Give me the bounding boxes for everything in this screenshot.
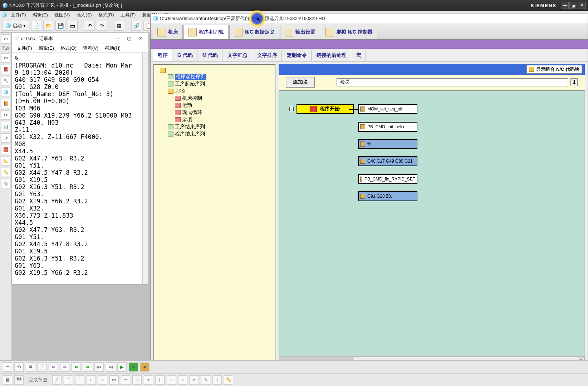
block-type-dropdown[interactable]: ⬇ [337,78,578,86]
arc-icon[interactable]: ◠ [64,375,73,385]
nc-block[interactable]: G91 G28 Z0. [358,191,417,201]
bt-icon[interactable]: ▭ [3,362,12,372]
open-icon[interactable]: 📂 [43,21,53,31]
tree-item[interactable]: 现成循环 [174,109,273,116]
ribbon-icon-10[interactable]: 🧱 [1,145,10,154]
dim2-icon[interactable]: ↕ [178,375,187,385]
ribbon-icon-4[interactable]: 🔧 [1,76,10,85]
rect-icon[interactable]: ▭ [109,375,119,385]
ribbon-icon-12[interactable]: 📏 [1,168,10,177]
dropdown-arrow-icon[interactable]: ⬇ [570,78,578,86]
close-button[interactable]: ✕ [578,2,586,9]
point-icon[interactable]: + [144,375,153,385]
arrow-right2-icon[interactable]: ➡ [83,362,92,372]
measure-icon[interactable]: 📏 [224,375,233,385]
saveas-icon[interactable]: 🗃 [68,21,78,31]
tab-machine[interactable]: 机床 [153,25,183,39]
tree-item[interactable]: 运动 [174,102,273,109]
tab-virtual[interactable]: 虚拟 N/C 控制器 [321,25,377,39]
minimize-button[interactable]: — [561,2,569,9]
bt-icon[interactable]: ⏮ [94,362,104,372]
subtab-macro[interactable]: 宏 [352,50,366,61]
arrow-left2-icon[interactable]: ⬅ [72,362,81,372]
tree-item[interactable]: 机床控制 [174,95,273,102]
dim-icon[interactable]: ↔ [167,375,176,385]
constraint-icon[interactable]: ⊥ [212,375,222,385]
arrow-right-icon[interactable]: ➡ [60,362,69,372]
undo-icon[interactable]: ↶ [85,21,95,31]
trim-icon[interactable]: ✂ [190,375,199,385]
tab-output[interactable]: 输出设置 [280,25,320,39]
start-button[interactable]: 🧊 启动 ▾ [2,21,29,31]
link-icon[interactable]: 🔗 [131,21,141,31]
subtab-gcode[interactable]: G 代码 [173,50,197,61]
sketch-icon[interactable]: ▦ [3,375,12,385]
np-menu-view[interactable]: 查看(V) [80,44,101,52]
line-icon[interactable]: ╱ [52,375,62,385]
polyline-icon[interactable]: ⌐ [98,375,107,385]
ribbon-icon-7[interactable]: ⚙ [1,110,10,120]
np-max-button[interactable]: ▢ [123,35,135,43]
redo-icon[interactable]: ↷ [97,21,107,31]
np-menu-help[interactable]: 帮助(H) [102,44,123,52]
tree-root[interactable] [159,68,273,73]
notepad-scrollbar[interactable] [142,53,148,284]
np-menu-format[interactable]: 格式(O) [58,44,79,52]
ribbon-icon-11[interactable]: 📐 [1,156,10,165]
notepad-text[interactable]: % (PROGRAM: d10.nc Date: Mon Mar 9 18:13… [12,53,148,284]
nc-block[interactable]: G40 G17 G49 G80 G21 [358,156,417,166]
notepad-titlebar[interactable]: 📄 d10.nc - 记事本 — ▢ ✕ [12,33,148,44]
program-start-event[interactable]: ▫ 程序开始 [289,104,354,114]
tree-item[interactable]: 杂项 [174,116,273,123]
np-menu-file[interactable]: 文件(F) [14,44,35,52]
tab-ncdata[interactable]: N/C 数据定义 [229,25,279,39]
bt-icon[interactable]: 📄 [37,362,46,372]
ribbon-icon-5[interactable]: 🧊 [1,88,10,97]
menu-edit[interactable]: 编辑(E) [30,11,51,19]
bt-icon[interactable]: ⏭ [106,362,115,372]
play-icon[interactable]: ▶ [117,362,127,372]
extend-icon[interactable]: ⤡ [201,375,210,385]
menu-insert[interactable]: 插入(S) [73,11,94,19]
nc-block[interactable]: PB_CMD_fix_RAPID_SET [358,174,417,184]
tree-item[interactable]: 程序起始序列 [167,73,273,80]
flag-icon[interactable]: 🏁 [14,375,24,385]
ribbon-icon-2[interactable]: ▭ [1,53,10,63]
subtab-custom[interactable]: 定制命令 [283,50,312,61]
tree-item[interactable]: 程序结束序列 [167,130,273,138]
ribbon-icon-13[interactable]: 📎 [1,179,10,188]
bt-icon[interactable]: ✖ [26,362,35,372]
cube2-icon[interactable]: ■ [140,362,150,372]
menu-format[interactable]: 格式(R) [95,11,117,19]
arc2-icon[interactable]: ⌒ [75,375,84,385]
np-menu-edit[interactable]: 编辑(E) [36,44,57,52]
ribbon-icon-9[interactable]: 🗂 [1,133,10,143]
pb-titlebar[interactable]: 🧊 C:\Users\Administrator\Desktop\三菱新代自动换… [151,14,588,23]
subtab-program[interactable]: 程序 [153,50,172,61]
collapse-toggle[interactable]: ▫ [289,107,294,111]
menu-file[interactable]: 文件(F) [8,11,29,19]
nc-block[interactable]: MOM_set_seq_off [358,104,417,114]
show-combined-toggle[interactable]: 显示组合 N/C 代码块 [526,65,582,74]
cube-icon[interactable]: ■ [129,362,138,372]
ribbon-icon-6[interactable]: 📙 [1,99,10,108]
nc-block[interactable]: % [358,139,417,149]
block-type-input[interactable] [337,78,568,86]
add-block-button[interactable]: 添加块 [286,77,315,88]
circle-icon[interactable]: ○ [87,375,96,385]
ribbon-icon-3[interactable]: 📕 [1,65,10,74]
tree-item[interactable]: 工序起始序列 [167,80,273,88]
ribbon-icon-1[interactable]: ▭ [1,34,10,44]
new-icon[interactable]: 📄 [31,21,41,31]
bt-icon[interactable]: ⟲ [14,362,24,372]
spline-icon[interactable]: ∿ [132,375,142,385]
tree-item[interactable]: 刀径 [167,88,273,95]
event-label[interactable]: 程序开始 [297,104,354,114]
fillet-icon[interactable]: ⌈ [155,375,165,385]
ribbon-icon-8[interactable]: 📊 [1,122,10,131]
rect-icon[interactable]: ▭ [121,375,130,385]
np-min-button[interactable]: — [112,35,123,43]
menu-tools[interactable]: 工具(T) [118,11,139,19]
grid-icon[interactable]: ▦ [114,21,124,31]
subtab-mcode[interactable]: M 代码 [198,50,223,61]
